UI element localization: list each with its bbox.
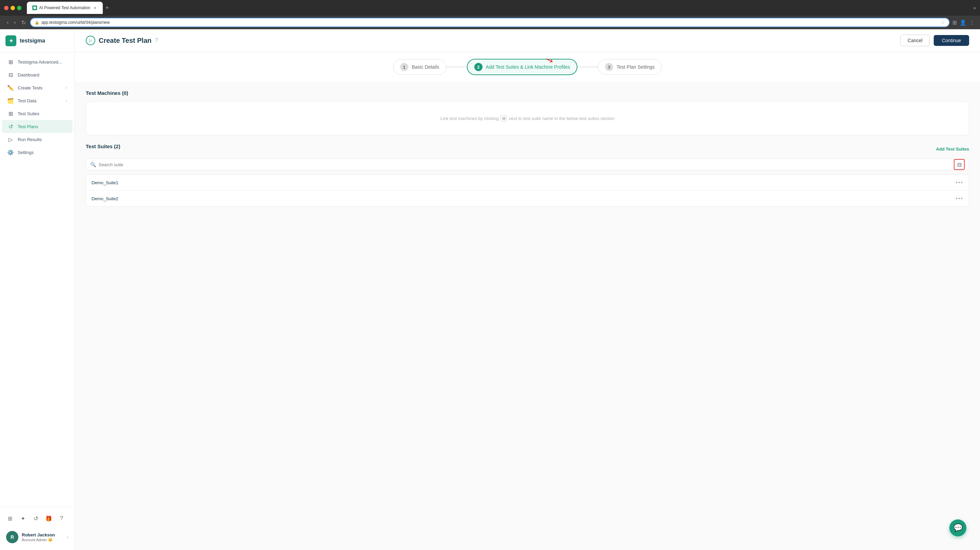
lock-icon: 🔒	[35, 21, 40, 25]
bottom-icon-sync[interactable]: ↺	[30, 513, 41, 524]
hint-icon: ⊟	[501, 115, 507, 121]
dashboard-icon: ⊟	[8, 72, 14, 78]
test-suites-label: Test Suites	[18, 111, 67, 116]
step-2-number: 2	[474, 63, 482, 71]
user-chevron-icon: ›	[67, 534, 68, 540]
stepper: ➘ 1 Basic Details 2 Add Test Suites & Li…	[75, 52, 980, 82]
sidebar: ✦ testsigma ⊞ Testsigma Advanced... ⊟ Da…	[0, 29, 75, 550]
suite-item-1: Demo_Suite1 •••	[86, 175, 969, 191]
step-1-label: Basic Details	[412, 64, 439, 70]
sidebar-item-test-suites[interactable]: ⊞ Test Suites	[2, 107, 73, 120]
chat-bubble[interactable]: 💬	[950, 520, 966, 536]
settings-icon: ⚙️	[8, 149, 14, 155]
test-plans-icon: ↺	[8, 124, 14, 130]
app-container: ✦ testsigma ⊞ Testsigma Advanced... ⊟ Da…	[0, 29, 980, 550]
step-2-label: Add Test Suites & Link Machine Profiles	[486, 64, 570, 70]
test-data-icon: 🗂️	[8, 98, 14, 104]
bookmark-icon[interactable]: ☆	[940, 20, 945, 25]
sidebar-item-dashboard[interactable]: ⊟ Dashboard	[2, 68, 73, 81]
step-connector-1	[447, 67, 467, 67]
bottom-icon-gift[interactable]: 🎁	[43, 513, 54, 524]
menu-icon[interactable]: ⋮	[969, 19, 975, 26]
cancel-button[interactable]: Cancel	[900, 35, 930, 46]
sidebar-item-test-data[interactable]: 🗂️ Test Data ›	[2, 94, 73, 107]
logo-text: testsigma	[20, 38, 45, 44]
url-bar-row: ‹ › ↻ 🔒 app.testsigma.com/ui/td/34/plans…	[0, 16, 980, 29]
content-area: Test Machines (0) Link test machines by …	[75, 82, 980, 550]
test-machines-box: Link test machines by clicking ⊟ next to…	[86, 101, 969, 135]
user-profile[interactable]: R Robert Jackson Account Admin 👑 ›	[2, 528, 73, 546]
step-3-number: 3	[605, 63, 613, 71]
tab-bar: AI Powered Test Automation ✕ + »	[27, 2, 976, 14]
tab-expand-icon[interactable]: »	[973, 5, 976, 11]
maximize-button[interactable]	[17, 6, 21, 10]
bottom-icons: ⊞ ✦ ↺ 🎁 ?	[0, 511, 75, 526]
add-test-suites-link[interactable]: Add Test Suites	[936, 146, 969, 152]
run-results-icon: ▷	[8, 136, 14, 143]
org-label: Testsigma Advanced...	[18, 60, 67, 65]
suite-item-2-menu[interactable]: •••	[956, 195, 963, 201]
search-box: 🔍 ⊟	[86, 159, 969, 170]
bottom-icon-help[interactable]: ?	[56, 513, 67, 524]
step-2[interactable]: 2 Add Test Suites & Link Machine Profile…	[467, 59, 578, 75]
link-machine-button[interactable]: ⊟	[954, 159, 965, 170]
pencil-icon: ✏️	[8, 85, 14, 91]
sidebar-item-test-plans[interactable]: ↺ Test Plans	[2, 120, 73, 133]
extensions-icon[interactable]: ⊞	[953, 19, 957, 26]
browser-chrome: AI Powered Test Automation ✕ + »	[0, 0, 980, 16]
suite-item-2: Demo_Suite2 •••	[86, 191, 969, 206]
test-machines-hint: Link test machines by clicking ⊟ next to…	[93, 115, 962, 121]
header-actions: Cancel Continue	[900, 35, 969, 46]
search-icon: 🔍	[90, 162, 96, 167]
test-suites-title: Test Suites (2)	[86, 143, 120, 149]
test-suites-icon: ⊞	[8, 111, 14, 117]
search-input[interactable]	[99, 162, 965, 167]
sidebar-item-org[interactable]: ⊞ Testsigma Advanced...	[2, 55, 73, 68]
sidebar-nav: ⊞ Testsigma Advanced... ⊟ Dashboard ✏️ C…	[0, 53, 75, 507]
page-header: ▷ Create Test Plan ? Cancel Continue	[75, 29, 980, 52]
user-info: Robert Jackson Account Admin 👑	[22, 532, 55, 542]
test-suites-header: Test Suites (2) Add Test Suites	[86, 143, 969, 155]
suite-item-1-menu[interactable]: •••	[956, 179, 963, 185]
page-title: Create Test Plan	[99, 37, 151, 44]
step-1-number: 1	[400, 63, 408, 71]
suite-item-1-name: Demo_Suite1	[92, 180, 118, 185]
test-machines-title: Test Machines (0)	[86, 90, 969, 96]
avatar: R	[6, 531, 18, 543]
test-data-arrow: ›	[66, 98, 67, 103]
test-plans-label: Test Plans	[18, 124, 67, 129]
create-tests-arrow: ›	[66, 85, 67, 90]
toolbar-icons: ⊞ 👤 ⋮	[953, 19, 975, 26]
sidebar-item-create-tests[interactable]: ✏️ Create Tests ›	[2, 81, 73, 94]
svg-point-0	[33, 6, 36, 9]
sidebar-item-run-results[interactable]: ▷ Run Results	[2, 133, 73, 146]
tab-favicon	[32, 5, 37, 10]
minimize-button[interactable]	[11, 6, 15, 10]
forward-button[interactable]: ›	[13, 18, 17, 27]
close-button[interactable]	[4, 6, 8, 10]
step-connector-2	[578, 67, 598, 67]
play-icon: ▷	[86, 36, 95, 45]
new-tab-button[interactable]: +	[103, 5, 112, 11]
step-3[interactable]: 3 Test Plan Settings	[598, 59, 662, 75]
traffic-lights	[4, 6, 21, 10]
sidebar-item-settings[interactable]: ⚙️ Settings	[2, 146, 73, 159]
tab-close-icon[interactable]: ✕	[92, 5, 97, 10]
page-title-area: ▷ Create Test Plan ?	[86, 36, 158, 45]
dashboard-label: Dashboard	[18, 72, 67, 78]
url-bar[interactable]: 🔒 app.testsigma.com/ui/td/34/plans/new ☆	[30, 18, 950, 27]
user-role: Account Admin 👑	[22, 537, 55, 542]
grid-icon: ⊞	[8, 59, 14, 65]
help-icon[interactable]: ?	[155, 37, 158, 43]
bottom-icon-grid[interactable]: ⊞	[4, 513, 16, 524]
profile-icon[interactable]: 👤	[959, 19, 966, 26]
sidebar-logo: ✦ testsigma	[0, 29, 75, 53]
sidebar-bottom: ⊞ ✦ ↺ 🎁 ? R Robert Jackson Account Admin…	[0, 507, 75, 550]
bottom-icon-puzzle[interactable]: ✦	[17, 513, 29, 524]
reload-button[interactable]: ↻	[20, 18, 27, 27]
back-button[interactable]: ‹	[5, 18, 10, 27]
active-tab[interactable]: AI Powered Test Automation ✕	[27, 2, 103, 14]
step-1[interactable]: 1 Basic Details	[393, 59, 447, 75]
logo-icon: ✦	[5, 35, 16, 46]
continue-button[interactable]: Continue	[934, 35, 969, 46]
